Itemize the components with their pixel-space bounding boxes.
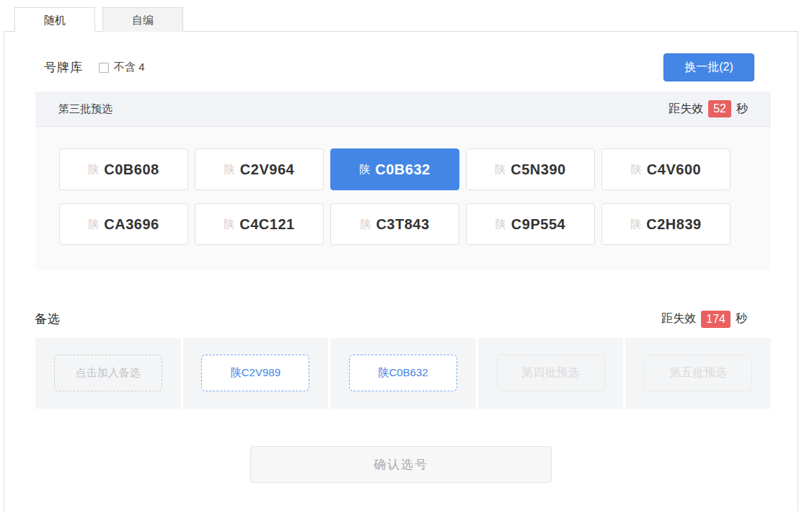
- plate-selection-panel: 号牌库 不含 4 换一批(2) 第三批预选 距失效 52 秒 陕 C0B608: [4, 31, 798, 511]
- countdown-seconds-badge: 174: [701, 311, 731, 328]
- plate-number: C5N390: [511, 161, 565, 178]
- plate-number: C0B608: [104, 161, 159, 178]
- backup-plate-button[interactable]: 陕C0B632: [349, 355, 457, 391]
- countdown-suffix: 秒: [736, 102, 748, 117]
- plate-province: 陕: [630, 218, 641, 231]
- plate-option[interactable]: 陕 C4V600: [601, 148, 731, 190]
- batch4-placeholder: 第四批预选: [497, 355, 605, 391]
- plate-option-selected[interactable]: 陕 C0B632: [330, 148, 459, 190]
- backup-plate-button[interactable]: 陕C2V989: [201, 355, 309, 391]
- tab-custom[interactable]: 自编: [102, 7, 183, 32]
- batch-header: 第三批预选 距失效 52 秒: [35, 92, 771, 127]
- plate-number: C3T843: [376, 216, 429, 233]
- library-title: 号牌库: [44, 59, 83, 76]
- plate-province: 陕: [360, 218, 371, 231]
- plate-number: C4V600: [647, 161, 701, 178]
- plate-province: 陕: [88, 163, 99, 177]
- plate-option[interactable]: 陕 C5N390: [466, 148, 595, 190]
- exclude-4-label: 不含 4: [114, 61, 145, 74]
- backup-slot: 陕C2V989: [183, 338, 329, 409]
- add-backup-button[interactable]: 点击加入备选: [54, 355, 162, 391]
- tab-random[interactable]: 随机: [14, 7, 95, 32]
- countdown-suffix: 秒: [736, 311, 747, 326]
- backup-slot: 点击加入备选: [35, 338, 181, 409]
- backup-title: 备选: [35, 311, 61, 327]
- tab-bar: 随机 自编: [14, 7, 183, 32]
- batch5-placeholder: 第五批预选: [644, 355, 752, 391]
- plate-number: C9P554: [511, 216, 565, 233]
- batch-countdown: 距失效 52 秒: [668, 100, 748, 117]
- countdown-seconds-badge: 52: [708, 100, 731, 117]
- batch-title: 第三批预选: [58, 102, 112, 116]
- backup-countdown: 距失效 174 秒: [661, 311, 747, 328]
- plate-option[interactable]: 陕 C3T843: [330, 203, 459, 245]
- plate-option[interactable]: 陕 C2V964: [195, 148, 324, 190]
- plate-option[interactable]: 陕 C2H839: [601, 203, 731, 245]
- plate-row: 陕 CA3696 陕 C4C121 陕 C3T843 陕 C9P554 陕: [59, 203, 747, 245]
- plate-number: C0B632: [375, 161, 430, 178]
- backup-slot: 陕C0B632: [330, 338, 476, 409]
- batch-body: 陕 C0B608 陕 C2V964 陕 C0B632 陕 C5N390 陕: [35, 127, 771, 270]
- change-batch-button[interactable]: 换一批(2): [663, 53, 754, 81]
- batch-section: 第三批预选 距失效 52 秒 陕 C0B608 陕 C2V964 陕: [35, 92, 771, 270]
- plate-option[interactable]: 陕 CA3696: [59, 203, 188, 245]
- countdown-prefix: 距失效: [661, 311, 696, 326]
- plate-province: 陕: [631, 163, 642, 177]
- plate-number: C2V964: [240, 161, 294, 178]
- plate-option[interactable]: 陕 C0B608: [59, 148, 188, 190]
- library-header-row: 号牌库 不含 4 换一批(2): [44, 53, 754, 81]
- backup-slot: 第五批预选: [625, 338, 771, 409]
- countdown-prefix: 距失效: [668, 102, 703, 117]
- plate-row: 陕 C0B608 陕 C2V964 陕 C0B632 陕 C5N390 陕: [59, 148, 747, 190]
- plate-province: 陕: [495, 163, 506, 177]
- plate-province: 陕: [88, 218, 99, 231]
- plate-province: 陕: [224, 218, 234, 231]
- plate-option[interactable]: 陕 C9P554: [466, 203, 595, 245]
- plate-province: 陕: [495, 218, 506, 231]
- backup-header-row: 备选 距失效 174 秒: [35, 311, 747, 328]
- plate-number: CA3696: [104, 216, 159, 233]
- exclude-4-checkbox[interactable]: [99, 63, 109, 73]
- backup-slot: 第四批预选: [478, 338, 624, 409]
- plate-number: C4C121: [239, 216, 294, 233]
- plate-province: 陕: [224, 163, 235, 177]
- confirm-selection-button[interactable]: 确认选号: [250, 446, 552, 483]
- backup-slots: 点击加入备选 陕C2V989 陕C0B632 第四批预选 第五批预选: [35, 338, 771, 409]
- plate-option[interactable]: 陕 C4C121: [195, 203, 324, 245]
- plate-number: C2H839: [646, 216, 701, 233]
- exclude-4-option[interactable]: 不含 4: [99, 61, 145, 74]
- plate-province: 陕: [359, 163, 370, 177]
